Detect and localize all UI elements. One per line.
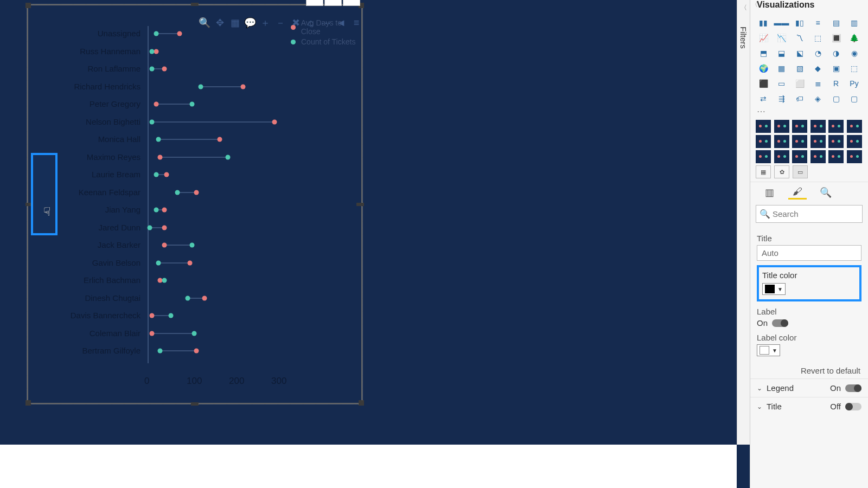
data-point[interactable]: [240, 84, 245, 89]
viz-type-icon[interactable]: ⬜: [792, 77, 807, 90]
resize-handle[interactable]: [191, 3, 199, 6]
custom-visual-extra[interactable]: ▦: [756, 165, 771, 178]
search-input[interactable]: [756, 205, 863, 223]
custom-visual-icon[interactable]: [847, 120, 862, 133]
chart-plot-area[interactable]: UnassignedRuss HannemanRon LaflammeRicha…: [58, 26, 359, 389]
viz-type-icon[interactable]: 🌍: [756, 62, 771, 75]
viz-type-icon[interactable]: R: [828, 77, 844, 90]
data-point[interactable]: [198, 84, 203, 89]
data-point[interactable]: [192, 331, 196, 336]
data-point[interactable]: [154, 49, 158, 54]
viz-type-icon[interactable]: ▮▮: [756, 16, 771, 29]
custom-visual-extra[interactable]: ▭: [793, 165, 808, 178]
data-point[interactable]: [189, 243, 194, 248]
viz-type-icon[interactable]: ◆: [810, 62, 826, 75]
data-point[interactable]: [149, 313, 154, 318]
viz-type-icon[interactable]: ▢: [847, 92, 862, 105]
label-color-picker[interactable]: ▼: [757, 344, 780, 356]
custom-visual-icon[interactable]: [810, 150, 826, 163]
custom-visual-icon[interactable]: [774, 120, 789, 133]
viz-type-icon[interactable]: ⬛: [756, 77, 771, 90]
viz-type-icon[interactable]: ⬚: [810, 31, 826, 44]
data-point[interactable]: [156, 137, 161, 142]
viz-type-icon[interactable]: ⬓: [774, 47, 789, 60]
custom-visual-extra[interactable]: ✿: [774, 165, 789, 178]
resize-handle[interactable]: [25, 3, 31, 8]
custom-visual-icon[interactable]: [756, 150, 771, 163]
viz-type-icon[interactable]: ▮▯: [792, 16, 807, 29]
collapse-pane-icon[interactable]: 〈: [751, 0, 758, 9]
data-point[interactable]: [226, 155, 231, 159]
title-color-picker[interactable]: ▼: [762, 283, 786, 295]
data-point[interactable]: [168, 313, 173, 318]
custom-visual-icon[interactable]: [792, 135, 807, 148]
legend-toggle[interactable]: On: [830, 383, 861, 393]
data-point[interactable]: [177, 31, 182, 36]
custom-visual-icon[interactable]: [810, 135, 826, 148]
data-point[interactable]: [162, 225, 167, 230]
data-point[interactable]: [149, 67, 154, 72]
viz-type-icon[interactable]: ◑: [828, 47, 844, 60]
viz-type-icon[interactable]: ⬕: [792, 47, 807, 60]
resize-handle[interactable]: [191, 402, 199, 406]
viz-type-icon[interactable]: ⬒: [756, 47, 771, 60]
custom-visual-icon[interactable]: [828, 135, 844, 148]
data-point[interactable]: [188, 260, 193, 265]
custom-visual-icon[interactable]: [774, 150, 789, 163]
title-toggle[interactable]: Off: [830, 402, 861, 411]
viz-type-icon[interactable]: ≡: [810, 16, 826, 29]
data-point[interactable]: [149, 119, 154, 124]
data-point[interactable]: [175, 190, 180, 195]
viz-type-icon[interactable]: ▭: [774, 77, 789, 90]
custom-visual-icon[interactable]: [828, 120, 844, 133]
visual-header-button[interactable]: [343, 0, 360, 6]
viz-type-icon[interactable]: ⇶: [774, 92, 789, 105]
data-point[interactable]: [202, 296, 207, 300]
viz-type-icon[interactable]: 🔳: [828, 31, 844, 44]
data-point[interactable]: [158, 155, 163, 159]
chart-visual-frame[interactable]: 🔍 ✥ ▦ 💬 ＋ － ✖ ⌂ ⋯ ◄ ≡ Avg Days to Close …: [27, 4, 362, 404]
data-point[interactable]: [272, 119, 277, 124]
data-point[interactable]: [149, 49, 154, 54]
title-section-row[interactable]: ⌄Title Off: [750, 397, 868, 415]
viz-type-icon[interactable]: Py: [847, 77, 862, 90]
data-point[interactable]: [189, 102, 194, 107]
viz-type-icon[interactable]: 📈: [756, 31, 771, 44]
custom-visual-icon[interactable]: [792, 120, 807, 133]
legend-section-row[interactable]: ⌄Legend On: [750, 378, 868, 397]
fields-tab-icon[interactable]: ▥: [760, 185, 778, 200]
custom-visual-icon[interactable]: [756, 120, 771, 133]
filters-pane-collapsed[interactable]: 〈 Filters: [737, 0, 750, 445]
resize-handle[interactable]: [25, 400, 31, 406]
viz-type-icon[interactable]: ▥: [847, 16, 862, 29]
visual-header-button[interactable]: [306, 0, 323, 6]
data-point[interactable]: [149, 331, 154, 336]
viz-type-icon[interactable]: ◉: [847, 47, 862, 60]
viz-type-icon[interactable]: ▦: [774, 62, 789, 75]
data-point[interactable]: [158, 349, 163, 354]
data-point[interactable]: [156, 260, 161, 265]
viz-type-icon[interactable]: ▬▬: [774, 16, 789, 29]
report-canvas[interactable]: 🔍 ✥ ▦ 💬 ＋ － ✖ ⌂ ⋯ ◄ ≡ Avg Days to Close …: [0, 0, 737, 445]
data-point[interactable]: [194, 190, 199, 195]
data-point[interactable]: [162, 243, 167, 248]
data-point[interactable]: [164, 172, 169, 177]
data-point[interactable]: [162, 208, 167, 213]
data-point[interactable]: [147, 225, 152, 230]
viz-type-icon[interactable]: ≣: [810, 77, 826, 90]
data-point[interactable]: [162, 278, 167, 283]
data-point[interactable]: [154, 102, 158, 107]
format-tab-icon[interactable]: 🖌: [788, 185, 807, 200]
viz-type-icon[interactable]: 🏷: [792, 92, 807, 105]
custom-visual-icon[interactable]: [828, 150, 844, 163]
custom-visual-icon[interactable]: [847, 150, 862, 163]
viz-type-icon[interactable]: ▢: [828, 92, 844, 105]
more-visuals-icon[interactable]: ⋯: [750, 106, 868, 117]
data-point[interactable]: [154, 31, 158, 36]
data-point[interactable]: [186, 296, 190, 300]
custom-visual-icon[interactable]: [756, 135, 771, 148]
viz-type-icon[interactable]: ▧: [792, 62, 807, 75]
custom-visual-icon[interactable]: [774, 135, 789, 148]
title-input[interactable]: [757, 245, 861, 261]
viz-type-icon[interactable]: ⇄: [756, 92, 771, 105]
